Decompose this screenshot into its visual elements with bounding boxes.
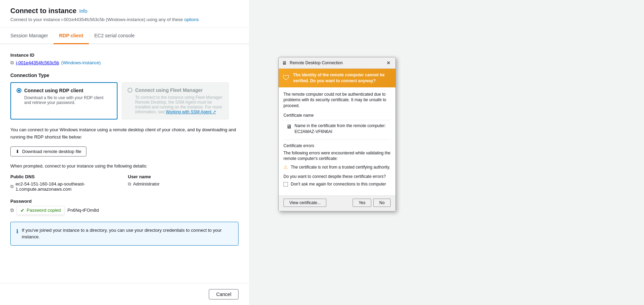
ssm-agent-link[interactable]: Working with SSM Agent ↗ [166,109,216,114]
rdc-errors-section: Certificate errors The following errors … [283,143,391,170]
public-dns-label: Public DNS [10,174,121,179]
username-text: Administrator [133,181,160,187]
dns-text: ec2-54-151-160-184.ap-southeast-1.comput… [16,181,121,192]
description-text: You can connect to your Windows instance… [10,126,239,141]
rdc-btn-group: Yes No [353,199,391,207]
rdc-cert-name-title: Certificate name [283,113,391,118]
password-copied-text: Password copied [27,208,61,213]
rdc-warning-banner: 🛡 The identity of the remote computer ca… [279,69,395,87]
cancel-button[interactable]: Cancel [209,289,239,299]
rdc-warn-triangle-icon: ⚠ [283,164,288,170]
rdc-desc: The remote computer could not be authent… [283,92,391,109]
rdc-error-text: The certificate is not from a trusted ce… [291,165,390,170]
cert-name-label: Name in the certificate from the remote … [295,123,386,129]
rdc-cert-monitor-icon: 🖥 [286,124,292,130]
fleet-manager-header: Connect using Fleet Manager [128,87,223,93]
rdc-error-item: ⚠ The certificate is not from a trusted … [283,164,391,170]
rdc-warning-icon: 🛡 [283,74,290,82]
rdc-close-button[interactable]: ✕ [385,59,392,66]
rdc-question: Do you want to connect despite these cer… [283,174,391,179]
rdc-dont-ask-checkbox[interactable] [283,182,288,187]
user-name-label: User name [128,174,239,179]
rdc-divider [283,140,391,140]
rdc-yes-button[interactable]: Yes [353,199,371,207]
copy-user-icon[interactable]: ⧉ [128,181,131,187]
tab-rdp-client[interactable]: RDP client [54,28,89,44]
public-dns-value: ⧉ ec2-54-151-160-184.ap-southeast-1.comp… [10,181,121,192]
password-label: Password [10,199,239,204]
rdc-errors-desc: The following errors were encountered wh… [283,150,391,162]
rdc-no-button[interactable]: No [373,199,391,207]
info-box: ℹ If you've joined your instance to a di… [10,222,239,246]
download-rdp-button[interactable]: ⬇ Download remote desktop file [10,146,86,156]
rdp-client-header: Connect using RDP client [17,88,111,93]
fleet-manager-label: Connect using Fleet Manager [135,87,203,93]
details-grid: Public DNS ⧉ ec2-54-151-160-184.ap-south… [10,174,239,192]
download-icon: ⬇ [16,149,19,154]
fleet-manager-desc: To connect to the instance using Fleet M… [128,95,223,114]
tabs-container: Session Manager RDP client EC2 serial co… [0,28,249,44]
rdc-titlebar: 🖥 Remote Desktop Connection ✕ [279,57,395,69]
connection-type-label: Connection Type [10,73,239,78]
instance-id-row: ⧉ i-001e44354fc563c5b (Windows-instance) [10,60,239,66]
password-section: Password ⧉ ✔ Password copied Pn6Nq-tFOm8… [10,199,239,215]
instance-suffix: (Windows-instance) [61,60,101,65]
password-copied-badge: ✔ Password copied [17,206,65,215]
info-link[interactable]: Info [79,8,87,14]
fleet-manager-radio [128,88,132,93]
user-name-value: ⧉ Administrator [128,181,239,187]
connect-header: Connect to instance Info Connect to your… [0,0,249,28]
footer-bar: Cancel [0,283,249,305]
rdc-dialog: 🖥 Remote Desktop Connection ✕ 🛡 The iden… [278,57,396,211]
cert-name-value: EC2AMAZ-VF6N6AI [295,129,386,135]
rdc-dont-ask-label: Don't ask me again for connections to th… [291,182,386,187]
connect-subtitle: Connect to your instance i-001e44354fc56… [10,17,239,22]
rdc-cert-name-row: 🖥 Name in the certificate from the remot… [283,120,391,136]
tab-session-manager[interactable]: Session Manager [10,28,54,44]
view-certificate-button[interactable]: View certificate... [283,199,326,207]
rdc-titlebar-left: 🖥 Remote Desktop Connection [282,60,343,66]
instance-id-link[interactable]: i-001e44354fc563c5b [16,60,59,65]
rdc-warning-text: The identity of the remote computer cann… [293,72,391,84]
rdc-footer: View certificate... Yes No [279,196,395,211]
password-row: ⧉ ✔ Password copied Pn6Nq-tFOm8d [10,206,239,215]
rdc-errors-title: Certificate errors [283,143,391,148]
rdc-body: The remote computer could not be authent… [279,87,395,196]
check-icon: ✔ [20,208,25,213]
content-area: Instance ID ⧉ i-001e44354fc563c5b (Windo… [0,44,249,283]
rdc-title: Remote Desktop Connection [290,60,343,65]
page-title: Connect to instance Info [10,7,239,15]
public-dns-section: Public DNS ⧉ ec2-54-151-160-184.ap-south… [10,174,121,192]
password-value: Pn6Nq-tFOm8d [67,208,99,213]
options-link[interactable]: options [184,17,199,22]
instance-id-label: Instance ID [10,53,239,58]
right-panel: 🖥 Remote Desktop Connection ✕ 🛡 The iden… [249,0,644,305]
connection-type-row: Connect using RDP client Download a file… [10,82,239,120]
user-name-section: User name ⧉ Administrator [128,174,239,192]
rdc-cert-name-section: Certificate name 🖥 Name in the certifica… [283,113,391,136]
prompt-text: When prompted, connect to your instance … [10,163,239,169]
rdp-client-desc: Download a file to use with your RDP cli… [17,95,111,105]
connect-title-text: Connect to instance [10,7,76,15]
main-container: Connect to instance Info Connect to your… [0,0,644,305]
download-label: Download remote desktop file [22,149,81,154]
rdp-client-option[interactable]: Connect using RDP client Download a file… [10,82,118,120]
rdp-client-radio[interactable] [17,88,21,93]
rdc-monitor-icon: 🖥 [282,60,287,66]
rdp-client-label: Connect using RDP client [24,88,83,93]
copy-icon[interactable]: ⧉ [10,60,14,66]
rdc-cert-name-text: Name in the certificate from the remote … [295,123,386,135]
left-panel: Connect to instance Info Connect to your… [0,0,249,305]
rdc-checkbox-row: Don't ask me again for connections to th… [283,182,391,187]
copy-password-icon[interactable]: ⧉ [10,207,14,213]
copy-dns-icon[interactable]: ⧉ [10,184,13,189]
info-text: If you've joined your instance to a dire… [22,227,233,240]
tab-ec2-serial-console[interactable]: EC2 serial console [89,28,140,44]
info-icon: ℹ [16,227,18,236]
fleet-manager-option: Connect using Fleet Manager To connect t… [122,82,229,120]
